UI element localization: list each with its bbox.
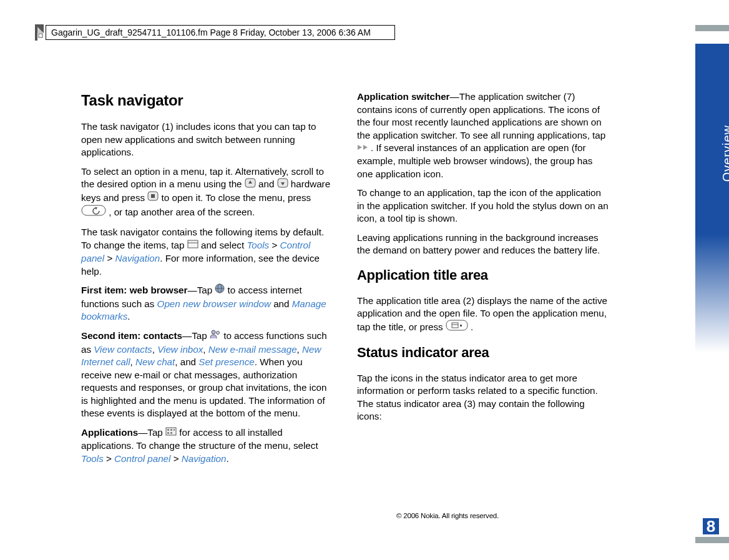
para: Application switcher—The application swi… [357, 91, 610, 180]
svg-rect-13 [166, 428, 176, 435]
side-section-label: Overview [720, 125, 729, 182]
left-column: Task navigator The task navigator (1) in… [81, 91, 335, 471]
link-new-email: New e-mail message [208, 344, 297, 355]
svg-rect-18 [170, 432, 172, 434]
page-corner-icon [35, 24, 44, 41]
svg-point-11 [212, 330, 215, 334]
svg-rect-0 [39, 34, 42, 37]
link-new-chat: New chat [135, 356, 175, 367]
para: Applications—Tap for access to all insta… [81, 426, 335, 465]
globe-icon [215, 283, 225, 297]
menu-key-icon [446, 320, 468, 335]
down-key-icon [277, 178, 288, 192]
svg-rect-4 [151, 194, 155, 198]
svg-rect-19 [446, 320, 467, 330]
link-navigation: Navigation [182, 453, 227, 464]
right-column: Application switcher—The application swi… [357, 91, 610, 471]
link-tools: Tools [81, 453, 104, 464]
page-content: Task navigator The task navigator (1) in… [81, 91, 612, 471]
link-view-inbox: View inbox [157, 344, 203, 355]
para: The application title area (2) displays … [357, 295, 610, 335]
apps-grid-icon [165, 426, 177, 440]
para: Second item: contacts—Tap to access func… [81, 330, 335, 420]
label-applications: Applications [81, 427, 138, 438]
link-control-panel: Control panel [114, 453, 170, 464]
para: The task navigator contains the followin… [81, 226, 335, 278]
side-bottom-stripe [695, 537, 729, 543]
label-second-item: Second item: contacts [81, 330, 182, 341]
copyright-text: © 2006 Nokia. All rights reserved. [396, 512, 499, 519]
page-number: 8 [703, 518, 719, 534]
side-top-stripe [695, 25, 729, 31]
link-view-contacts: View contacts [94, 344, 152, 355]
para: Tap the icons in the status indicator ar… [357, 372, 610, 423]
page-container: Gagarin_UG_draft_9254711_101106.fm Page … [34, 25, 696, 537]
svg-point-12 [216, 332, 219, 335]
up-key-icon [245, 178, 256, 192]
para: To select an option in a menu, tap it. A… [81, 165, 335, 220]
side-tab: Overview 8 [695, 44, 729, 537]
center-key-icon [147, 191, 159, 205]
para: First item: web browser—Tap to access in… [81, 284, 335, 323]
heading-status-area: Status indicator area [357, 343, 610, 362]
svg-rect-5 [82, 205, 105, 215]
link-open-browser: Open new browser window [157, 298, 271, 309]
label-first-item: First item: web browser [81, 285, 187, 295]
label-app-switcher: Application switcher [357, 91, 450, 102]
link-tools: Tools [247, 240, 269, 250]
escape-key-icon [81, 205, 106, 220]
heading-task-navigator: Task navigator [81, 91, 335, 111]
side-fade [695, 234, 729, 353]
para: Leaving applications running in the back… [357, 232, 610, 257]
svg-rect-16 [174, 429, 175, 431]
window-icon [187, 239, 198, 252]
para: To change to an application, tap the ico… [357, 187, 610, 225]
svg-rect-15 [170, 429, 172, 431]
link-set-presence: Set presence [198, 356, 255, 367]
heading-app-title-area: Application title area [357, 266, 610, 285]
link-navigation: Navigation [115, 253, 160, 263]
double-arrow-icon [357, 142, 371, 155]
svg-rect-17 [167, 432, 169, 434]
svg-rect-6 [188, 240, 198, 248]
contacts-icon [210, 329, 221, 343]
draft-header-bar: Gagarin_UG_draft_9254711_101106.fm Page … [46, 25, 395, 40]
svg-rect-14 [167, 429, 169, 431]
svg-rect-22 [460, 325, 462, 327]
para: The task navigator (1) includes icons th… [81, 120, 335, 159]
draft-header-text: Gagarin_UG_draft_9254711_101106.fm Page … [51, 27, 371, 37]
